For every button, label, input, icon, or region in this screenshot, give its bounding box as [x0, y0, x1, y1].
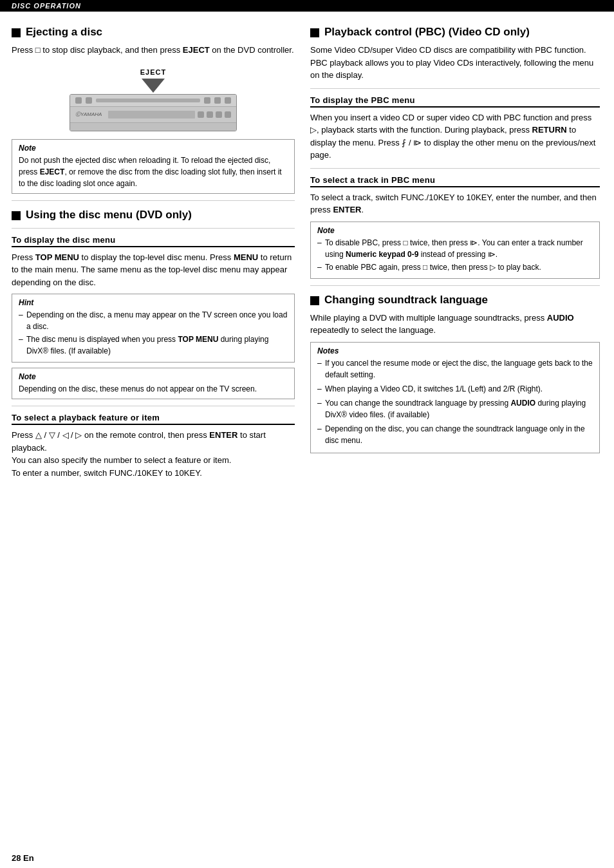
dvd-slot — [96, 99, 200, 102]
divider-2 — [12, 228, 295, 229]
divider-3 — [12, 406, 295, 406]
divider-5 — [310, 168, 600, 169]
device-illustration: EJECT ⒸYAMAHA — [12, 68, 295, 131]
divider-1 — [12, 200, 295, 201]
right-column: Playback control (PBC) (Video CD only) S… — [310, 18, 600, 836]
eject-note-box: Note Do not push the ejected disc when r… — [12, 139, 295, 194]
dvd-bottom-panel — [70, 123, 236, 131]
select-playback-body: Press △ / ▽ / ◁ / ▷ on the remote contro… — [12, 429, 295, 479]
disc-menu-hint-label: Hint — [19, 298, 288, 307]
pbc-note-item-2: To enable PBC again, press □ twice, then… — [317, 261, 593, 273]
pbc-body: Some Video CD/super Video CD discs are c… — [310, 44, 600, 82]
dvd-yamaha-logo: ⒸYAMAHA — [75, 111, 102, 118]
pbc-display-subtitle: To display the PBC menu — [310, 95, 600, 108]
pbc-select-subtitle: To select a track in PBC menu — [310, 175, 600, 187]
top-bar-label: DISC OPERATION — [12, 2, 81, 10]
pbc-note-item-1: To disable PBC, press □ twice, then pres… — [317, 237, 593, 260]
display-disc-menu-body: Press TOP MENU to display the top-level … — [12, 251, 295, 289]
dvd-top-panel — [70, 95, 236, 107]
dvd-btn3 — [204, 97, 210, 104]
pbc-title-text: Playback control (PBC) (Video CD only) — [324, 26, 530, 39]
eject-section-title: Ejecting a disc — [12, 26, 295, 39]
top-bar: DISC OPERATION — [0, 0, 614, 12]
content-area: Ejecting a disc Press □ to stop disc pla… — [0, 12, 614, 848]
soundtrack-note-2: When playing a Video CD, it switches 1/L… — [317, 383, 593, 395]
title-square-icon-3 — [310, 28, 319, 37]
eject-body-text: Press □ to stop disc playback, and then … — [12, 45, 294, 55]
pbc-select-note-list: To disable PBC, press □ twice, then pres… — [317, 237, 593, 273]
disc-menu-title-text: Using the disc menu (DVD only) — [26, 209, 192, 222]
pbc-select-note-box: Note To disable PBC, press □ twice, then… — [310, 222, 600, 279]
title-square-icon — [12, 28, 21, 37]
title-square-icon-2 — [12, 211, 21, 220]
dvd-btn5 — [225, 97, 231, 104]
dvd-btn2 — [86, 97, 92, 104]
eject-arrow-icon — [142, 79, 165, 93]
disc-menu-note-box: Note Depending on the disc, these menus … — [12, 368, 295, 399]
dvd-device: ⒸYAMAHA — [70, 94, 237, 131]
disc-menu-note-label: Note — [19, 372, 288, 381]
pbc-display-body: When you insert a video CD or super vide… — [310, 111, 600, 162]
left-column: Ejecting a disc Press □ to stop disc pla… — [12, 18, 295, 836]
disc-menu-note-text: Depending on the disc, these menus do no… — [19, 383, 288, 395]
pbc-select-body: To select a track, switch FUNC./10KEY to… — [310, 191, 600, 216]
disc-menu-hint-box: Hint Depending on the disc, a menu may a… — [12, 294, 295, 363]
eject-title-text: Ejecting a disc — [26, 26, 102, 39]
pbc-select-note-label: Note — [317, 226, 593, 235]
disc-menu-section-title: Using the disc menu (DVD only) — [12, 209, 295, 222]
dvd-ctrl-btn1 — [198, 111, 204, 118]
dvd-display — [108, 111, 195, 118]
hint-item-1: Depending on the disc, a menu may appear… — [19, 309, 288, 332]
hint-item-2: The disc menu is displayed when you pres… — [19, 334, 288, 357]
soundtrack-body: While playing a DVD with multiple langua… — [310, 312, 600, 337]
dvd-btn4 — [214, 97, 221, 104]
divider-4 — [310, 88, 600, 89]
eject-note-label: Note — [19, 144, 288, 153]
dvd-middle-panel: ⒸYAMAHA — [70, 107, 236, 123]
page-number: 28 En — [0, 848, 614, 868]
eject-note-text: Do not push the ejected disc when reload… — [19, 155, 288, 189]
select-playback-subtitle: To select a playback feature or item — [12, 413, 295, 425]
title-square-icon-4 — [310, 296, 319, 305]
soundtrack-note-3: You can change the soundtrack language b… — [317, 397, 593, 420]
page: DISC OPERATION Ejecting a disc Press □ t… — [0, 0, 614, 868]
dvd-ctrl-btn4 — [225, 111, 231, 118]
display-disc-menu-subtitle: To display the disc menu — [12, 235, 295, 247]
disc-menu-hint-list: Depending on the disc, a menu may appear… — [19, 309, 288, 357]
soundtrack-notes-label: Notes — [317, 346, 593, 355]
eject-device-label: EJECT — [140, 68, 166, 76]
soundtrack-notes-list: If you cancel the resume mode or eject t… — [317, 357, 593, 446]
soundtrack-notes-box: Notes If you cancel the resume mode or e… — [310, 342, 600, 453]
pbc-section-title: Playback control (PBC) (Video CD only) — [310, 26, 600, 39]
soundtrack-section-title: Changing soundtrack language — [310, 294, 600, 307]
soundtrack-note-1: If you cancel the resume mode or eject t… — [317, 357, 593, 381]
eject-intro: Press □ to stop disc playback, and then … — [12, 44, 295, 57]
soundtrack-title-text: Changing soundtrack language — [324, 294, 488, 307]
dvd-btn1 — [75, 97, 82, 104]
soundtrack-note-4: Depending on the disc, you can change th… — [317, 423, 593, 446]
divider-6 — [310, 285, 600, 286]
dvd-ctrl-btn3 — [216, 111, 222, 118]
dvd-ctrl-btn2 — [207, 111, 213, 118]
